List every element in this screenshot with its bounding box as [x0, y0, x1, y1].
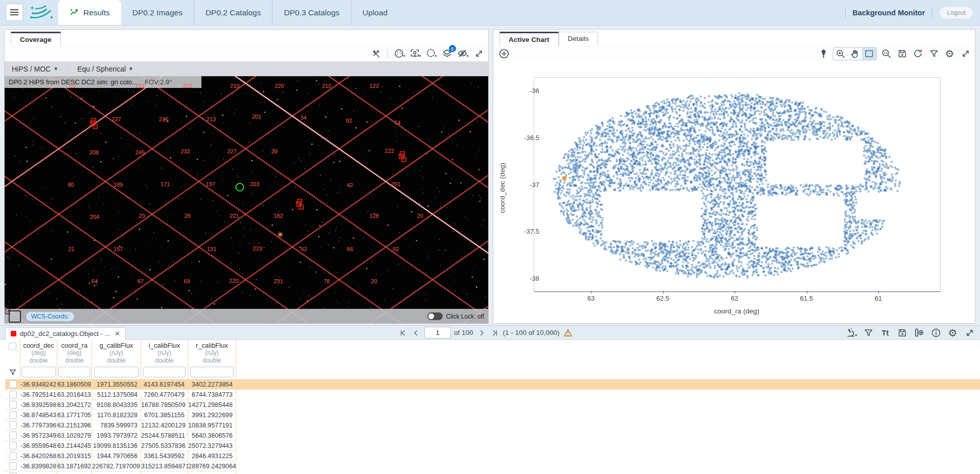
last-page-icon[interactable] [490, 328, 500, 338]
logout-button[interactable]: Logout [940, 7, 973, 19]
column-header-r_calibFlux[interactable]: r_calibFlux(nJy)double [188, 340, 236, 365]
tab-active-chart[interactable]: Active Chart [499, 32, 559, 46]
save-icon[interactable] [896, 326, 908, 339]
page-number-input[interactable] [424, 327, 451, 338]
filter-input-r_calibFlux[interactable] [190, 367, 234, 377]
table-tab[interactable]: dp02_dc2_catalogs.Object - ... ✕ [5, 327, 126, 340]
app-tab-dp0-2-images[interactable]: DP0.2 Images [121, 0, 194, 25]
app-tab-results[interactable]: Results [58, 0, 121, 25]
coord-system-dropdown[interactable]: Equ / Spherical ▼ [70, 65, 141, 73]
layers-icon[interactable]: 5 [441, 47, 453, 60]
filter-input-g_calibFlux[interactable] [94, 367, 139, 377]
app-tab-upload[interactable]: Upload [351, 0, 399, 25]
first-page-icon[interactable] [398, 328, 408, 338]
column-header-g_calibFlux[interactable]: g_calibFlux(nJy)double [92, 340, 141, 365]
svg-text:1x: 1x [884, 51, 887, 54]
moc-tile-number: 80 [67, 182, 74, 188]
moc-tile-number: 20 [371, 278, 377, 284]
background-monitor-link[interactable]: Background Monitor [853, 9, 925, 17]
select-region-icon[interactable]: ▾ [425, 47, 438, 60]
click-lock-toggle[interactable] [427, 312, 443, 320]
popout-icon[interactable] [9, 310, 21, 323]
zoom-original-icon[interactable]: 1x [880, 47, 893, 60]
menu-hamburger-button[interactable] [6, 4, 23, 21]
cell-g_calibFlux: 9108.8043335 [92, 400, 141, 410]
cell-r_calibFlux: 25072.3279443 [188, 441, 236, 451]
row-checkbox[interactable] [9, 432, 17, 439]
table-row[interactable]: -36.792514163.20164135112.13750947260.47… [5, 390, 980, 400]
divider [932, 8, 932, 18]
table-row[interactable]: -36.939259863.20421729108.804333516788.7… [5, 400, 980, 410]
table-row[interactable]: -36.839982863.1871692226782.719700931521… [5, 461, 980, 471]
app-tab-dp0-2-catalogs[interactable]: DP0.2 Catalogs [194, 0, 272, 25]
settings-icon[interactable]: ⚙ [946, 326, 959, 339]
filter-icon[interactable] [862, 326, 875, 339]
table-row[interactable]: -36.779739663.21513967839.59997312132.42… [5, 420, 980, 431]
text-view-icon[interactable]: Tt [879, 326, 892, 339]
save-icon[interactable] [896, 47, 908, 60]
table-row[interactable]: -36.842026863.20193151944.79706563361.54… [5, 451, 980, 461]
cell-i_calibFlux [141, 471, 188, 474]
prev-page-icon[interactable] [411, 328, 421, 338]
pin-icon[interactable] [817, 47, 830, 60]
close-icon[interactable]: ✕ [115, 330, 120, 337]
column-header-coord_ra[interactable]: coord_ra(deg)double [57, 340, 92, 365]
expand-icon[interactable] [472, 47, 485, 60]
moc-tile-number: 237 [111, 116, 121, 122]
restore-icon[interactable] [911, 47, 924, 60]
filter-input-i_calibFlux[interactable] [143, 367, 186, 377]
x-tick-mark [663, 291, 664, 294]
add-chart-icon[interactable] [497, 47, 510, 60]
moc-tile-number: 201 [252, 114, 261, 120]
zoom-in-icon[interactable] [833, 48, 848, 60]
tools-icon[interactable] [370, 47, 382, 60]
next-page-icon[interactable] [476, 328, 487, 338]
topbar-right: Background Monitor Logout [845, 0, 973, 25]
tab-details[interactable]: Details [559, 32, 598, 46]
filter-input-coord_dec[interactable] [21, 367, 55, 377]
row-checkbox[interactable] [9, 401, 17, 409]
sky-coverage-image[interactable]: DP0.2 HiPS from DESC DC2 sim: gri colo..… [5, 76, 488, 324]
scatter-chart[interactable]: -36-36.5-37-37.5-386362.56261.561 coord_… [493, 61, 975, 323]
row-checkbox[interactable] [9, 452, 17, 460]
cell-g_calibFlux: 1971.3550552 [92, 379, 141, 390]
table-row[interactable]: -36.934824263.18605091971.35505524143.61… [5, 379, 980, 390]
hamburger-icon [10, 9, 19, 16]
moc-tile-number: 221 [135, 83, 145, 89]
table-row[interactable]: -36.957234963.10292791993.797397225244.5… [5, 431, 980, 441]
moc-tile-number: 171 [161, 181, 170, 187]
row-checkbox[interactable] [9, 442, 17, 449]
app-tab-dp0-3-catalogs[interactable]: DP0.3 Catalogs [272, 0, 351, 25]
info-icon[interactable] [929, 326, 942, 339]
box-select-icon[interactable] [862, 48, 876, 60]
table-row[interactable]: -36.955954863.214424519099.813513627505.… [5, 441, 980, 451]
filter-input-coord_ra[interactable] [58, 367, 90, 377]
hips-moc-dropdown[interactable]: HiPS / MOC ▼ [5, 65, 65, 73]
row-checkbox[interactable] [9, 462, 17, 470]
color-palette-icon[interactable]: ▾ [393, 47, 406, 60]
select-all-checkbox[interactable] [9, 343, 16, 350]
moc-tile-number: 232 [181, 148, 190, 154]
row-checkbox[interactable] [9, 391, 17, 398]
settings-icon[interactable]: ⚙ [943, 47, 956, 60]
table-row[interactable] [5, 471, 980, 474]
analyze-icon[interactable]: ▾ [845, 326, 858, 339]
recenter-icon[interactable]: ▾ [409, 47, 422, 60]
column-header-coord_dec[interactable]: coord_dec(deg)double [20, 340, 57, 365]
row-checkbox[interactable] [9, 380, 17, 388]
column-header-i_calibFlux[interactable]: i_calibFlux(nJy)double [141, 340, 188, 365]
visibility-icon[interactable]: ▾ [457, 47, 469, 60]
table-row[interactable]: -36.874854363.17717051170.81823286701.38… [5, 410, 980, 420]
tab-coverage[interactable]: Coverage [11, 32, 61, 46]
row-checkbox[interactable] [9, 421, 17, 429]
filter-icon[interactable] [927, 47, 940, 60]
warning-icon[interactable] [563, 328, 573, 338]
moc-tile-number: 245 [135, 149, 145, 155]
x-tick-mark [878, 291, 879, 294]
pan-hand-icon[interactable] [848, 48, 862, 60]
cell-coord_ra: 63.2151396 [57, 420, 92, 431]
add-column-icon[interactable] [913, 326, 925, 339]
expand-icon[interactable] [959, 47, 972, 60]
row-checkbox[interactable] [9, 411, 17, 419]
expand-icon[interactable] [963, 326, 976, 339]
